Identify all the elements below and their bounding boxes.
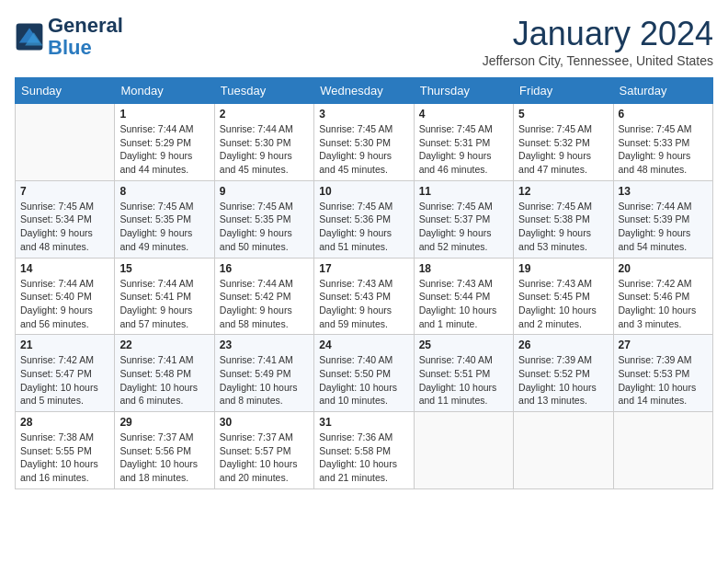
calendar-cell: 1Sunrise: 7:44 AM Sunset: 5:29 PM Daylig… bbox=[115, 104, 214, 181]
calendar-cell: 23Sunrise: 7:41 AM Sunset: 5:49 PM Dayli… bbox=[214, 335, 313, 412]
day-info: Sunrise: 7:45 AM Sunset: 5:35 PM Dayligh… bbox=[119, 200, 209, 254]
day-info: Sunrise: 7:40 AM Sunset: 5:50 PM Dayligh… bbox=[319, 353, 408, 408]
calendar-cell: 2Sunrise: 7:44 AM Sunset: 5:30 PM Daylig… bbox=[214, 104, 313, 181]
calendar-cell: 3Sunrise: 7:45 AM Sunset: 5:30 PM Daylig… bbox=[314, 104, 414, 181]
day-number: 12 bbox=[518, 185, 608, 198]
calendar-cell: 18Sunrise: 7:43 AM Sunset: 5:44 PM Dayli… bbox=[414, 258, 513, 335]
weekday-header-thursday: Thursday bbox=[414, 78, 513, 104]
day-info: Sunrise: 7:45 AM Sunset: 5:31 PM Dayligh… bbox=[419, 122, 508, 177]
calendar-cell: 14Sunrise: 7:44 AM Sunset: 5:40 PM Dayli… bbox=[16, 258, 115, 335]
day-number: 27 bbox=[619, 339, 708, 351]
day-info: Sunrise: 7:44 AM Sunset: 5:41 PM Dayligh… bbox=[119, 277, 209, 331]
calendar-cell: 7Sunrise: 7:45 AM Sunset: 5:34 PM Daylig… bbox=[16, 180, 115, 258]
location: Jefferson City, Tennessee, United States bbox=[483, 53, 713, 68]
day-number: 2 bbox=[220, 108, 309, 121]
calendar-cell: 10Sunrise: 7:45 AM Sunset: 5:36 PM Dayli… bbox=[314, 180, 414, 258]
day-number: 6 bbox=[619, 108, 708, 121]
month-title: January 2024 bbox=[483, 15, 713, 53]
day-number: 22 bbox=[119, 339, 209, 351]
day-number: 24 bbox=[319, 339, 408, 351]
day-info: Sunrise: 7:38 AM Sunset: 5:55 PM Dayligh… bbox=[20, 431, 109, 485]
calendar-cell: 25Sunrise: 7:40 AM Sunset: 5:51 PM Dayli… bbox=[414, 335, 513, 412]
day-info: Sunrise: 7:39 AM Sunset: 5:52 PM Dayligh… bbox=[518, 353, 608, 408]
calendar-cell: 9Sunrise: 7:45 AM Sunset: 5:35 PM Daylig… bbox=[214, 180, 313, 258]
calendar-cell: 28Sunrise: 7:38 AM Sunset: 5:55 PM Dayli… bbox=[16, 412, 115, 489]
calendar-table: SundayMondayTuesdayWednesdayThursdayFrid… bbox=[15, 77, 713, 489]
logo-general: General bbox=[48, 14, 123, 37]
day-info: Sunrise: 7:45 AM Sunset: 5:34 PM Dayligh… bbox=[20, 200, 109, 254]
day-info: Sunrise: 7:45 AM Sunset: 5:35 PM Dayligh… bbox=[220, 200, 309, 254]
calendar-cell bbox=[414, 412, 513, 489]
calendar-header: SundayMondayTuesdayWednesdayThursdayFrid… bbox=[16, 78, 713, 104]
weekday-header-friday: Friday bbox=[514, 78, 613, 104]
day-info: Sunrise: 7:44 AM Sunset: 5:40 PM Dayligh… bbox=[20, 277, 109, 331]
day-number: 7 bbox=[20, 185, 109, 198]
calendar-cell bbox=[613, 412, 712, 489]
day-number: 30 bbox=[220, 416, 309, 429]
calendar-week-5: 28Sunrise: 7:38 AM Sunset: 5:55 PM Dayli… bbox=[16, 412, 713, 489]
calendar-week-4: 21Sunrise: 7:42 AM Sunset: 5:47 PM Dayli… bbox=[16, 335, 713, 412]
day-info: Sunrise: 7:39 AM Sunset: 5:53 PM Dayligh… bbox=[619, 353, 708, 408]
calendar-cell: 4Sunrise: 7:45 AM Sunset: 5:31 PM Daylig… bbox=[414, 104, 513, 181]
weekday-row: SundayMondayTuesdayWednesdayThursdayFrid… bbox=[16, 78, 713, 104]
weekday-header-saturday: Saturday bbox=[613, 78, 712, 104]
calendar-week-3: 14Sunrise: 7:44 AM Sunset: 5:40 PM Dayli… bbox=[16, 258, 713, 335]
day-number: 26 bbox=[518, 339, 608, 351]
logo: General Blue bbox=[15, 15, 123, 59]
day-info: Sunrise: 7:37 AM Sunset: 5:57 PM Dayligh… bbox=[220, 431, 309, 485]
day-info: Sunrise: 7:44 AM Sunset: 5:42 PM Dayligh… bbox=[220, 277, 309, 331]
calendar-cell: 21Sunrise: 7:42 AM Sunset: 5:47 PM Dayli… bbox=[16, 335, 115, 412]
day-number: 14 bbox=[20, 262, 109, 275]
day-info: Sunrise: 7:42 AM Sunset: 5:46 PM Dayligh… bbox=[619, 277, 708, 331]
calendar-cell: 5Sunrise: 7:45 AM Sunset: 5:32 PM Daylig… bbox=[514, 104, 613, 181]
day-info: Sunrise: 7:43 AM Sunset: 5:43 PM Dayligh… bbox=[319, 277, 408, 331]
day-info: Sunrise: 7:41 AM Sunset: 5:48 PM Dayligh… bbox=[119, 353, 209, 408]
calendar-week-2: 7Sunrise: 7:45 AM Sunset: 5:34 PM Daylig… bbox=[16, 180, 713, 258]
calendar-cell: 17Sunrise: 7:43 AM Sunset: 5:43 PM Dayli… bbox=[314, 258, 414, 335]
day-number: 19 bbox=[518, 262, 608, 275]
weekday-header-wednesday: Wednesday bbox=[314, 78, 414, 104]
day-info: Sunrise: 7:44 AM Sunset: 5:30 PM Dayligh… bbox=[220, 122, 309, 177]
day-number: 29 bbox=[119, 416, 209, 429]
calendar-cell: 11Sunrise: 7:45 AM Sunset: 5:37 PM Dayli… bbox=[414, 180, 513, 258]
day-info: Sunrise: 7:36 AM Sunset: 5:58 PM Dayligh… bbox=[319, 431, 408, 485]
day-number: 5 bbox=[518, 108, 608, 121]
day-number: 9 bbox=[220, 185, 309, 198]
calendar-cell: 13Sunrise: 7:44 AM Sunset: 5:39 PM Dayli… bbox=[613, 180, 712, 258]
day-info: Sunrise: 7:45 AM Sunset: 5:30 PM Dayligh… bbox=[319, 122, 408, 177]
day-number: 28 bbox=[20, 416, 109, 429]
day-info: Sunrise: 7:44 AM Sunset: 5:39 PM Dayligh… bbox=[619, 200, 708, 254]
calendar-cell bbox=[16, 104, 115, 181]
day-number: 1 bbox=[119, 108, 209, 121]
day-number: 31 bbox=[319, 416, 408, 429]
day-number: 10 bbox=[319, 185, 408, 198]
day-info: Sunrise: 7:37 AM Sunset: 5:56 PM Dayligh… bbox=[119, 431, 209, 485]
day-info: Sunrise: 7:44 AM Sunset: 5:29 PM Dayligh… bbox=[119, 122, 209, 177]
day-number: 15 bbox=[119, 262, 209, 275]
day-info: Sunrise: 7:45 AM Sunset: 5:33 PM Dayligh… bbox=[619, 122, 708, 177]
day-info: Sunrise: 7:41 AM Sunset: 5:49 PM Dayligh… bbox=[220, 353, 309, 408]
day-number: 13 bbox=[619, 185, 708, 198]
day-number: 16 bbox=[220, 262, 309, 275]
weekday-header-tuesday: Tuesday bbox=[214, 78, 313, 104]
calendar-cell: 30Sunrise: 7:37 AM Sunset: 5:57 PM Dayli… bbox=[214, 412, 313, 489]
calendar-cell: 29Sunrise: 7:37 AM Sunset: 5:56 PM Dayli… bbox=[115, 412, 214, 489]
calendar-week-1: 1Sunrise: 7:44 AM Sunset: 5:29 PM Daylig… bbox=[16, 104, 713, 181]
calendar-cell: 8Sunrise: 7:45 AM Sunset: 5:35 PM Daylig… bbox=[115, 180, 214, 258]
day-info: Sunrise: 7:43 AM Sunset: 5:45 PM Dayligh… bbox=[518, 277, 608, 331]
calendar-cell: 19Sunrise: 7:43 AM Sunset: 5:45 PM Dayli… bbox=[514, 258, 613, 335]
day-info: Sunrise: 7:40 AM Sunset: 5:51 PM Dayligh… bbox=[419, 353, 508, 408]
day-number: 11 bbox=[419, 185, 508, 198]
day-number: 18 bbox=[419, 262, 508, 275]
logo-blue: Blue bbox=[48, 36, 92, 59]
day-number: 4 bbox=[419, 108, 508, 121]
day-number: 20 bbox=[619, 262, 708, 275]
day-number: 17 bbox=[319, 262, 408, 275]
day-number: 8 bbox=[119, 185, 209, 198]
calendar-body: 1Sunrise: 7:44 AM Sunset: 5:29 PM Daylig… bbox=[16, 104, 713, 489]
calendar-cell: 16Sunrise: 7:44 AM Sunset: 5:42 PM Dayli… bbox=[214, 258, 313, 335]
calendar-cell bbox=[514, 412, 613, 489]
page-header: General Blue January 2024 Jefferson City… bbox=[15, 15, 713, 68]
calendar-cell: 31Sunrise: 7:36 AM Sunset: 5:58 PM Dayli… bbox=[314, 412, 414, 489]
calendar-cell: 6Sunrise: 7:45 AM Sunset: 5:33 PM Daylig… bbox=[613, 104, 712, 181]
